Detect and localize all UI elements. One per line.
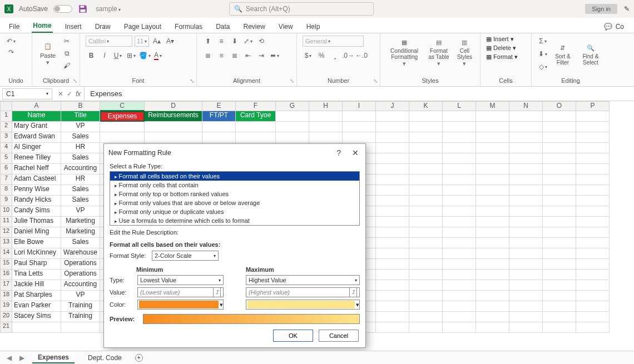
row-header[interactable]: 11 <box>0 217 12 227</box>
column-header[interactable]: B <box>61 101 100 111</box>
fx-icon[interactable]: fx <box>76 90 81 98</box>
search-input[interactable]: 🔍 Search (Alt+Q) <box>229 2 374 16</box>
delete-cells-button[interactable]: ▦ Delete ▾ <box>486 44 526 52</box>
data-cell[interactable]: Accounting <box>61 280 100 291</box>
column-header[interactable]: E <box>202 101 236 111</box>
header-cell[interactable]: Title <box>61 111 100 122</box>
column-header[interactable]: C <box>100 101 145 111</box>
decrease-decimal-icon[interactable]: ←.0 <box>356 50 367 61</box>
data-cell[interactable]: Al Singer <box>12 143 61 153</box>
data-cell[interactable]: Sales <box>61 132 100 143</box>
sheet-nav-prev-icon[interactable]: ◀ <box>7 354 12 362</box>
row-header[interactable]: 6 <box>0 164 12 174</box>
header-cell[interactable]: FT/PT <box>202 111 236 122</box>
fill-color-icon[interactable]: 🪣 <box>139 50 150 61</box>
data-cell[interactable]: Marketing <box>61 217 100 227</box>
increase-font-icon[interactable]: A▴ <box>151 36 162 47</box>
tab-data[interactable]: Data <box>215 21 231 33</box>
row-header[interactable]: 15 <box>0 259 12 270</box>
data-cell[interactable]: Mary Grant <box>12 122 61 132</box>
data-cell[interactable] <box>61 322 100 333</box>
select-all-corner[interactable] <box>0 101 12 111</box>
decrease-font-icon[interactable]: A▾ <box>165 36 176 47</box>
row-header[interactable]: 9 <box>0 196 12 206</box>
comments-button[interactable]: 💬 Co <box>603 21 626 33</box>
data-cell[interactable]: Daniel Ming <box>12 227 61 238</box>
signin-button[interactable]: Sign in <box>585 4 617 14</box>
data-cell[interactable]: Operations <box>61 259 100 270</box>
sheet-nav-next-icon[interactable]: ▶ <box>19 354 24 362</box>
align-center-icon[interactable]: ≡ <box>216 50 227 61</box>
tab-pagelayout[interactable]: Page Layout <box>123 21 162 33</box>
max-type-select[interactable]: Highest Value▾ <box>246 275 360 285</box>
align-bottom-icon[interactable]: ⬇ <box>229 36 240 47</box>
confirm-entry-icon[interactable]: ✓ <box>67 90 72 98</box>
data-cell[interactable]: Operations <box>61 270 100 280</box>
formula-input[interactable]: Expenses <box>84 87 634 101</box>
column-header[interactable]: M <box>476 101 509 111</box>
row-header[interactable]: 18 <box>0 291 12 301</box>
data-cell[interactable]: Rachel Neff <box>12 164 61 174</box>
data-cell[interactable]: Sales <box>61 238 100 248</box>
data-cell[interactable]: Marketing <box>61 227 100 238</box>
merge-center-icon[interactable]: ⬌ <box>269 50 280 61</box>
rule-type-option[interactable]: Format all cells based on their values <box>110 172 359 181</box>
autosave-toggle[interactable] <box>53 5 72 13</box>
font-color-icon[interactable]: A <box>152 50 164 61</box>
tab-file[interactable]: File <box>8 21 21 33</box>
data-cell[interactable]: Jackie Hill <box>12 280 61 291</box>
data-cell[interactable]: Candy Sims <box>12 206 61 217</box>
data-cell[interactable]: Elle Bowe <box>12 238 61 248</box>
autosum-icon[interactable]: Σ <box>537 36 548 47</box>
copy-icon[interactable]: ⧉ <box>61 48 72 59</box>
add-sheet-button[interactable]: + <box>135 354 143 362</box>
tab-help[interactable]: Help <box>305 21 321 33</box>
row-header[interactable]: 3 <box>0 132 12 143</box>
data-cell[interactable]: Warehouse <box>61 248 100 259</box>
row-header[interactable]: 2 <box>0 122 12 132</box>
align-middle-icon[interactable]: ≡ <box>216 36 227 47</box>
row-header[interactable]: 5 <box>0 153 12 164</box>
row-header[interactable]: 14 <box>0 248 12 259</box>
max-value-input[interactable]: (Highest value)↥ <box>246 287 360 297</box>
insert-cells-button[interactable]: ▦ Insert ▾ <box>486 36 526 43</box>
data-cell[interactable]: Sales <box>61 185 100 196</box>
row-header[interactable]: 8 <box>0 185 12 196</box>
save-icon[interactable] <box>78 4 88 14</box>
tab-view[interactable]: View <box>278 21 294 33</box>
align-left-icon[interactable]: ≣ <box>202 50 214 61</box>
column-header[interactable]: O <box>543 101 576 111</box>
column-header[interactable]: I <box>343 101 376 111</box>
data-cell[interactable]: Stacey Sims <box>12 312 61 322</box>
close-icon[interactable]: ✕ <box>352 148 359 157</box>
min-value-input[interactable]: (Lowest value)↥ <box>137 287 224 297</box>
undo-button[interactable]: ↶ <box>6 36 17 47</box>
row-header[interactable]: 17 <box>0 280 12 291</box>
conditional-formatting-button[interactable]: ▦Conditional Formatting▾ <box>386 36 423 68</box>
rule-type-option[interactable]: Use a formula to determine which cells t… <box>110 216 359 225</box>
header-cell[interactable]: Name <box>12 111 61 122</box>
data-cell[interactable]: Randy Hicks <box>12 196 61 206</box>
max-color-select[interactable]: ▾ <box>246 300 360 310</box>
number-format-select[interactable]: General <box>303 36 364 47</box>
dialog-launcher-icon[interactable]: ⤡ <box>373 78 378 84</box>
filename[interactable]: sample <box>96 5 121 13</box>
ok-button[interactable]: OK <box>273 330 313 342</box>
cancel-button[interactable]: Cancel <box>319 330 359 342</box>
tab-home[interactable]: Home <box>32 19 52 33</box>
increase-decimal-icon[interactable]: .0→ <box>343 50 354 61</box>
font-name-select[interactable]: Calibri <box>86 36 132 47</box>
row-header[interactable]: 13 <box>0 238 12 248</box>
data-cell[interactable]: Edward Swan <box>12 132 61 143</box>
data-cell[interactable]: HR <box>61 174 100 185</box>
bold-icon[interactable]: B <box>86 50 97 61</box>
rule-type-option[interactable]: Format only top or bottom ranked values <box>110 190 359 198</box>
column-header[interactable]: N <box>509 101 543 111</box>
data-cell[interactable]: VP <box>61 122 100 132</box>
row-header[interactable]: 19 <box>0 301 12 312</box>
row-header[interactable]: 1 <box>0 111 12 122</box>
column-header[interactable]: H <box>309 101 343 111</box>
sheet-tab-deptcode[interactable]: Dept. Code <box>82 353 127 363</box>
decrease-indent-icon[interactable]: ⇤ <box>242 50 254 61</box>
find-select-button[interactable]: 🔍Find & Select <box>577 36 604 72</box>
